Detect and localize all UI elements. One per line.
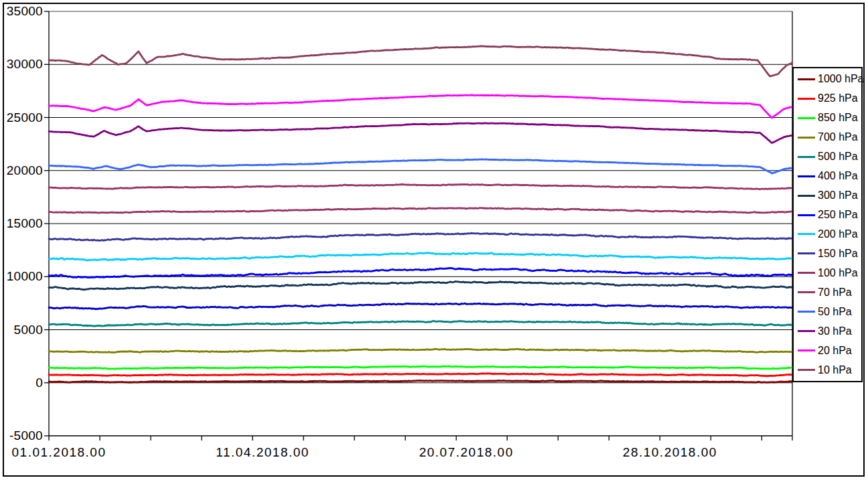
legend-entry: 200 hPa xyxy=(794,225,861,243)
y-tick-label: 10000 xyxy=(0,269,43,284)
legend-swatch-icon xyxy=(798,291,815,293)
series-line-70-hpa xyxy=(49,184,792,189)
y-tick-label: 15000 xyxy=(0,216,43,231)
series-line-20-hpa xyxy=(49,95,792,118)
series-line-1000-hpa xyxy=(49,380,792,382)
series-line-10-hpa xyxy=(49,46,792,76)
legend-entry: 500 hPa xyxy=(794,148,861,166)
x-tick-label: 11.04.2018.00 xyxy=(216,445,309,461)
legend-swatch-icon xyxy=(798,369,815,371)
legend-entry: 925 hPa xyxy=(794,90,861,108)
y-tick-label: 20000 xyxy=(0,163,43,178)
series-line-400-hpa xyxy=(49,303,792,309)
legend-entry: 20 hPa xyxy=(794,341,861,359)
series-line-300-hpa xyxy=(49,282,792,290)
legend-label: 150 hPa xyxy=(818,248,858,260)
legend-label: 30 hPa xyxy=(818,325,852,337)
legend-swatch-icon xyxy=(798,117,815,119)
legend-swatch-icon xyxy=(798,214,815,216)
series-line-150-hpa xyxy=(49,233,792,240)
legend-label: 50 hPa xyxy=(818,306,852,318)
legend-swatch-icon xyxy=(798,195,815,197)
legend-label: 200 hPa xyxy=(818,228,858,240)
legend-swatch-icon xyxy=(798,156,815,158)
series-line-30-hpa xyxy=(49,123,792,143)
legend-label: 300 hPa xyxy=(818,189,858,202)
legend-swatch-icon xyxy=(798,330,815,332)
legend-label: 500 hPa xyxy=(818,151,858,163)
legend-entry: 400 hPa xyxy=(794,167,861,185)
series-line-925-hpa xyxy=(49,374,792,376)
legend-entry: 30 hPa xyxy=(794,322,861,340)
legend-swatch-icon xyxy=(798,272,815,274)
legend-label: 70 hPa xyxy=(818,287,852,299)
y-tick-label: 5000 xyxy=(0,323,43,337)
legend-swatch-icon xyxy=(798,349,815,351)
series-line-50-hpa xyxy=(49,159,792,173)
legend-swatch-icon xyxy=(798,311,815,313)
y-tick-label: 0 xyxy=(0,376,43,390)
legend-label: 20 hPa xyxy=(818,345,852,357)
legend-label: 700 hPa xyxy=(818,131,858,143)
legend-label: 850 hPa xyxy=(818,112,858,124)
legend-label: 400 hPa xyxy=(818,170,858,182)
legend-entry: 700 hPa xyxy=(794,129,861,147)
y-tick-label: 25000 xyxy=(0,110,43,125)
legend-swatch-icon xyxy=(798,233,815,235)
legend-entry: 850 hPa xyxy=(794,109,861,127)
x-tick-label: 28.10.2018.00 xyxy=(623,445,717,461)
legend-swatch-icon xyxy=(798,175,815,177)
legend-entry: 100 hPa xyxy=(794,264,861,282)
series-line-700-hpa xyxy=(49,349,792,352)
legend-entry: 150 hPa xyxy=(794,244,861,262)
legend-label: 100 hPa xyxy=(818,267,858,279)
series-line-100-hpa xyxy=(49,208,792,213)
x-tick-label: 20.07.2018.00 xyxy=(419,445,514,461)
series-line-250-hpa xyxy=(49,268,792,277)
series-line-200-hpa xyxy=(49,253,792,260)
legend-label: 10 hPa xyxy=(818,364,852,376)
legend-label: 1000 hPa xyxy=(818,73,864,85)
legend-entry: 300 hPa xyxy=(794,187,861,205)
legend-entry: 10 hPa xyxy=(794,361,861,379)
legend-label: 250 hPa xyxy=(818,209,858,221)
legend-swatch-icon xyxy=(798,78,815,80)
y-tick-label: 35000 xyxy=(0,4,43,19)
legend-entry: 70 hPa xyxy=(794,283,861,301)
series-line-850-hpa xyxy=(49,366,792,369)
y-tick-label: 30000 xyxy=(0,57,43,72)
plot-area xyxy=(0,0,868,480)
legend-entry: 1000 hPa xyxy=(794,70,861,88)
legend-swatch-icon xyxy=(798,252,815,254)
legend-entry: 250 hPa xyxy=(794,206,861,224)
y-tick-label: -5000 xyxy=(0,428,43,443)
x-tick-label: 01.01.2018.00 xyxy=(11,445,106,461)
legend-swatch-icon xyxy=(798,98,815,100)
legend-entry: 50 hPa xyxy=(794,303,861,321)
series-line-500-hpa xyxy=(49,321,792,326)
chart: 35000300002500020000150001000050000-5000… xyxy=(0,0,868,480)
legend-swatch-icon xyxy=(798,137,815,139)
legend: 1000 hPa925 hPa850 hPa700 hPa500 hPa400 … xyxy=(792,67,863,382)
legend-label: 925 hPa xyxy=(818,92,858,104)
